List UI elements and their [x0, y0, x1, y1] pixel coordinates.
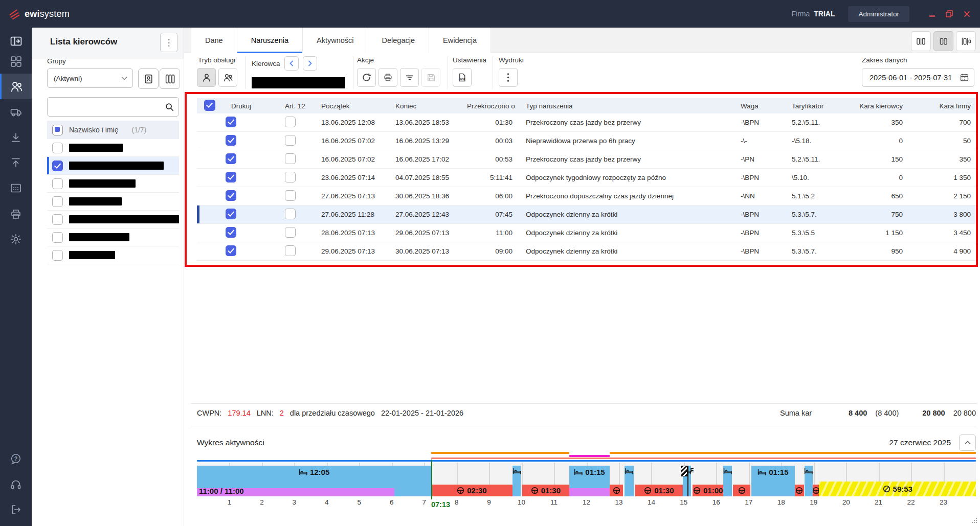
printer-icon[interactable]: [0, 203, 32, 225]
col-przekroczono[interactable]: Przekroczono o: [463, 102, 518, 110]
refresh-button[interactable]: [357, 68, 376, 87]
administrator-button[interactable]: Administrator: [848, 6, 909, 22]
violation-row[interactable]: 28.06.2025 07:13 29.06.2025 07:13 11:00 …: [197, 224, 976, 242]
driver-list-item[interactable]: [47, 139, 179, 157]
driver-list-item[interactable]: [47, 157, 179, 175]
collapse-chart-button[interactable]: [959, 434, 976, 451]
search-icon[interactable]: [165, 102, 174, 111]
driver-list-item[interactable]: [47, 193, 179, 211]
art12-checkbox[interactable]: [285, 172, 296, 182]
art12-checkbox[interactable]: [285, 245, 296, 256]
art12-checkbox[interactable]: [285, 117, 296, 127]
date-range-input[interactable]: 2025-06-01 - 2025-07-31: [862, 68, 974, 87]
tab-delegacje[interactable]: Delegacje: [368, 28, 430, 53]
driver-checkbox[interactable]: [52, 143, 63, 153]
violation-row[interactable]: 23.06.2025 07:14 04.07.2025 18:55 5:11:4…: [197, 169, 976, 187]
drukuj-checkbox[interactable]: [226, 245, 236, 256]
prints-menu-button[interactable]: [499, 68, 518, 87]
next-driver-button[interactable]: [303, 56, 317, 71]
support-headset-icon[interactable]: [0, 473, 32, 496]
resize-grip[interactable]: [970, 516, 978, 524]
col-art12[interactable]: Art. 12: [279, 102, 317, 110]
segment-label: [625, 468, 634, 474]
schedule-card-icon[interactable]: [0, 177, 32, 199]
violation-row[interactable]: 27.06.2025 07:13 30.06.2025 18:36 06:00 …: [197, 187, 976, 205]
art12-checkbox[interactable]: [285, 209, 296, 219]
dashboard-grid-icon[interactable]: [0, 50, 32, 73]
violation-row[interactable]: 16.06.2025 07:02 16.06.2025 17:02 00:53 …: [197, 150, 976, 169]
col-drukuj[interactable]: Drukuj: [220, 102, 279, 110]
layout-split-icon[interactable]: [933, 31, 953, 51]
single-driver-mode-button[interactable]: [197, 68, 216, 87]
driver-checkbox[interactable]: [52, 214, 63, 225]
logout-icon[interactable]: [0, 498, 32, 521]
col-kara-firmy[interactable]: Kara firmy: [908, 102, 976, 110]
col-typ[interactable]: Typ naruszenia: [518, 102, 737, 110]
driver-list-item[interactable]: [47, 211, 179, 228]
driver-search-input[interactable]: [48, 98, 165, 116]
col-poczatek[interactable]: Początek: [317, 102, 391, 110]
cell-typ: Odpoczynek tygodniowy rozpoczęty za późn…: [518, 174, 737, 181]
previous-driver-button[interactable]: [284, 56, 299, 71]
tab-dane[interactable]: Dane: [191, 28, 237, 53]
drivers-icon[interactable]: [0, 74, 32, 99]
art12-checkbox[interactable]: [285, 227, 296, 238]
drukuj-checkbox[interactable]: [226, 117, 236, 127]
help-icon[interactable]: ?: [0, 448, 32, 470]
select-all-drivers-checkbox[interactable]: [52, 125, 63, 135]
col-taryfikator[interactable]: Taryfikator: [788, 102, 841, 110]
download-icon[interactable]: [0, 126, 32, 149]
col-waga[interactable]: Waga: [737, 102, 788, 110]
drukuj-checkbox[interactable]: [226, 135, 236, 146]
activity-segment-rest: 01:15: [569, 466, 610, 496]
drukuj-checkbox[interactable]: [226, 227, 236, 238]
close-icon[interactable]: [963, 10, 971, 18]
driver-card-view-button[interactable]: [138, 68, 159, 89]
col-koniec[interactable]: Koniec: [391, 102, 463, 110]
event-marker-line: [687, 466, 688, 496]
pdf-print-settings-button[interactable]: PDF: [453, 68, 472, 87]
violation-row[interactable]: 13.06.2025 12:08 13.06.2025 18:53 01:30 …: [197, 113, 976, 132]
panel-menu-button[interactable]: ⋮: [160, 33, 177, 52]
drukuj-checkbox[interactable]: [226, 172, 236, 182]
group-select[interactable]: (Aktywni): [47, 68, 133, 88]
tab-naruszenia[interactable]: Naruszenia: [237, 28, 303, 53]
drukuj-checkbox[interactable]: [226, 209, 236, 219]
art12-checkbox[interactable]: [285, 135, 296, 146]
settings-gear-icon[interactable]: [0, 228, 32, 250]
driver-checkbox[interactable]: [52, 178, 63, 189]
driver-list-item[interactable]: [47, 246, 179, 264]
driver-checkbox[interactable]: [52, 250, 63, 261]
driver-checkbox[interactable]: [52, 232, 63, 243]
violation-row[interactable]: 29.06.2025 07:13 30.06.2025 07:13 09:00 …: [197, 242, 976, 261]
tab-aktywnosci[interactable]: Aktywności: [303, 28, 368, 53]
filter-button[interactable]: [400, 68, 419, 87]
save-button[interactable]: [421, 68, 440, 87]
drukuj-checkbox[interactable]: [226, 153, 236, 164]
segment-label: [610, 485, 623, 496]
group-mode-button[interactable]: [218, 68, 237, 87]
restore-icon[interactable]: [945, 10, 953, 18]
driver-list-item[interactable]: [47, 175, 179, 193]
vehicles-truck-icon[interactable]: [0, 101, 32, 123]
col-kara-kierowcy[interactable]: Kara kierowcy: [841, 102, 908, 110]
minimize-icon[interactable]: [928, 10, 936, 18]
layout-right-panel-icon[interactable]: [956, 31, 976, 51]
driver-checkbox[interactable]: [52, 161, 63, 171]
layout-left-panel-icon[interactable]: [911, 31, 931, 51]
art12-checkbox[interactable]: [285, 153, 296, 164]
axis-tick-label: 11: [550, 498, 558, 506]
driver-list-item[interactable]: [47, 228, 179, 246]
select-all-rows-checkbox[interactable]: [204, 100, 215, 111]
print-button[interactable]: [378, 68, 397, 87]
tab-ewidencja[interactable]: Ewidencja: [429, 28, 491, 53]
violation-row[interactable]: 16.06.2025 07:02 16.06.2025 13:29 00:03 …: [197, 132, 976, 150]
art12-checkbox[interactable]: [285, 190, 296, 201]
drukuj-checkbox[interactable]: [226, 190, 236, 201]
driver-checkbox[interactable]: [52, 196, 63, 207]
violation-row[interactable]: 27.06.2025 11:28 27.06.2025 12:43 07:45 …: [197, 205, 976, 224]
upload-icon[interactable]: [0, 151, 32, 174]
collapse-panel-icon[interactable]: [0, 30, 32, 52]
segment-label: 02:30: [431, 485, 513, 496]
columns-view-button[interactable]: [160, 68, 180, 89]
